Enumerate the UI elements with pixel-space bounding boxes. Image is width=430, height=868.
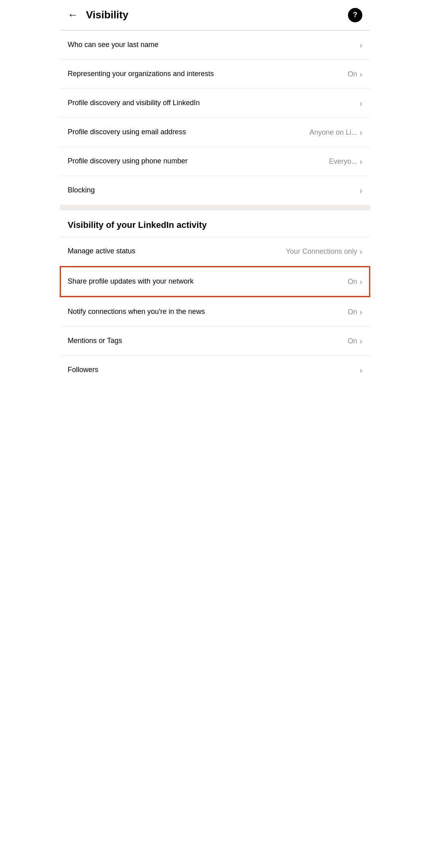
menu-item-left: Representing your organizations and inte… xyxy=(68,69,343,79)
menu-item-profile-discovery-phone[interactable]: Profile discovery using phone number Eve… xyxy=(60,147,370,176)
chevron-icon: › xyxy=(360,128,362,137)
menu-item-label: Notify connections when you're in the ne… xyxy=(68,307,343,317)
menu-item-right: › xyxy=(360,41,362,50)
menu-item-right: Your Connections only › xyxy=(286,247,362,256)
menu-item-left: Profile discovery using email address xyxy=(68,127,305,137)
menu-item-left: Profile discovery and visibility off Lin… xyxy=(68,98,355,108)
menu-item-label: Mentions or Tags xyxy=(68,336,343,346)
help-icon: ? xyxy=(353,11,358,19)
menu-item-left: Profile discovery using phone number xyxy=(68,156,324,166)
chevron-icon: › xyxy=(360,247,362,256)
chevron-icon: › xyxy=(360,366,362,375)
activity-section-title: Visibility of your LinkedIn activity xyxy=(68,220,207,230)
menu-item-mentions-tags[interactable]: Mentions or Tags On › xyxy=(60,327,370,355)
menu-item-value: Everyo... xyxy=(329,157,357,166)
back-button[interactable]: ← xyxy=(66,7,80,23)
menu-item-left: Share profile updates with your network xyxy=(68,276,343,286)
chevron-icon: › xyxy=(360,186,362,195)
menu-item-right: Everyo... › xyxy=(329,157,362,166)
highlighted-item-container: Share profile updates with your network … xyxy=(60,266,370,297)
menu-item-blocking[interactable]: Blocking › xyxy=(60,176,370,205)
menu-item-profile-discovery-email[interactable]: Profile discovery using email address An… xyxy=(60,118,370,147)
menu-item-left: Notify connections when you're in the ne… xyxy=(68,307,343,317)
menu-item-left: Manage active status xyxy=(68,246,281,256)
menu-item-left: Mentions or Tags xyxy=(68,336,343,346)
menu-item-last-name[interactable]: Who can see your last name › xyxy=(60,31,370,59)
menu-item-value: Anyone on Li... xyxy=(309,128,357,137)
menu-item-label: Who can see your last name xyxy=(68,40,355,50)
menu-item-left: Who can see your last name xyxy=(68,40,355,50)
menu-item-left: Blocking xyxy=(68,185,355,195)
menu-item-notify-connections[interactable]: Notify connections when you're in the ne… xyxy=(60,298,370,326)
menu-item-label: Blocking xyxy=(68,185,355,195)
activity-section-header: Visibility of your LinkedIn activity xyxy=(60,210,370,237)
page-title: Visibility xyxy=(86,9,128,21)
chevron-icon: › xyxy=(360,337,362,346)
menu-item-label: Followers xyxy=(68,365,355,375)
menu-item-right: › xyxy=(360,366,362,375)
menu-item-right: Anyone on Li... › xyxy=(309,128,362,137)
menu-item-value: Your Connections only xyxy=(286,247,357,256)
menu-item-right: › xyxy=(360,99,362,108)
menu-item-share-profile-updates[interactable]: Share profile updates with your network … xyxy=(61,267,369,296)
menu-item-value: On xyxy=(348,278,357,286)
chevron-icon: › xyxy=(360,41,362,50)
chevron-icon: › xyxy=(360,157,362,166)
chevron-icon: › xyxy=(360,99,362,108)
menu-item-right: On › xyxy=(348,337,362,346)
chevron-icon: › xyxy=(360,70,362,79)
menu-item-value: On xyxy=(348,308,357,316)
back-arrow-icon: ← xyxy=(68,9,78,21)
menu-item-left: Followers xyxy=(68,365,355,375)
header-left: ← Visibility xyxy=(66,7,128,23)
menu-item-label: Manage active status xyxy=(68,246,281,256)
menu-item-label: Profile discovery using email address xyxy=(68,127,305,137)
menu-item-right: › xyxy=(360,186,362,195)
menu-item-value: On xyxy=(348,70,357,78)
menu-item-followers[interactable]: Followers › xyxy=(60,356,370,384)
menu-item-manage-active-status[interactable]: Manage active status Your Connections on… xyxy=(60,237,370,266)
menu-item-value: On xyxy=(348,337,357,345)
menu-item-right: On › xyxy=(348,277,362,286)
menu-item-label: Profile discovery using phone number xyxy=(68,156,324,166)
chevron-icon: › xyxy=(360,277,362,286)
page-header: ← Visibility ? xyxy=(60,0,370,30)
help-button[interactable]: ? xyxy=(348,8,362,22)
menu-item-label: Share profile updates with your network xyxy=(68,276,343,286)
menu-item-right: On › xyxy=(348,308,362,317)
section-divider xyxy=(60,205,370,210)
menu-item-profile-discovery-off[interactable]: Profile discovery and visibility off Lin… xyxy=(60,89,370,118)
menu-item-label: Representing your organizations and inte… xyxy=(68,69,343,79)
chevron-icon: › xyxy=(360,308,362,317)
menu-item-representing[interactable]: Representing your organizations and inte… xyxy=(60,60,370,88)
menu-item-right: On › xyxy=(348,70,362,79)
menu-item-label: Profile discovery and visibility off Lin… xyxy=(68,98,355,108)
